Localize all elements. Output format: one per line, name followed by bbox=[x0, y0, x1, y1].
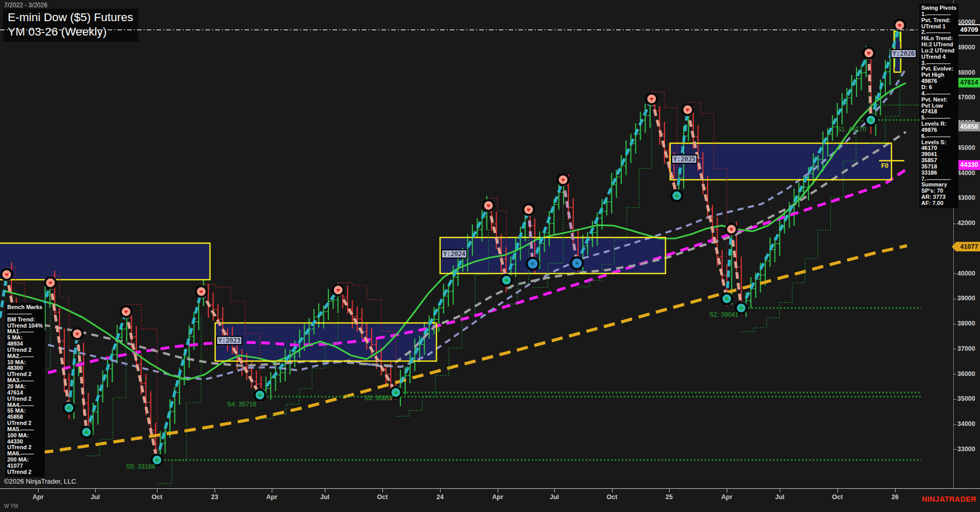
year-box-borders[interactable] bbox=[0, 31, 901, 361]
y-axis-tick-label: 49000 bbox=[957, 44, 975, 51]
year-chip-Y-2023[interactable]: Y:2023 bbox=[216, 336, 242, 345]
x-axis-tick bbox=[215, 489, 215, 492]
x-axis-tick bbox=[440, 489, 441, 492]
y-axis-tick-label: 37000 bbox=[957, 345, 975, 352]
swing-pivots-line: 49876 bbox=[921, 127, 956, 133]
x-axis-tick-label: 24 bbox=[431, 493, 449, 501]
bench-marks-line: UTrend 2 bbox=[7, 347, 43, 353]
support-label-S3: S3: 35857 bbox=[364, 395, 393, 402]
y-axis-tick-label: 33000 bbox=[957, 446, 975, 453]
x-axis-scale[interactable] bbox=[0, 489, 953, 512]
x-axis-tick bbox=[38, 489, 39, 492]
y-axis-tick-label: 39000 bbox=[957, 295, 975, 302]
bench-marks-line: MA2.------- bbox=[7, 353, 43, 360]
x-axis-tick bbox=[95, 489, 96, 492]
y-axis-tick bbox=[953, 324, 956, 325]
support-label-S5: S5: 33186 bbox=[126, 463, 155, 470]
trail-stop-long bbox=[86, 335, 126, 456]
y-axis-tick bbox=[953, 424, 956, 425]
x-axis-tick-label: Jul bbox=[771, 493, 789, 501]
swing-pivots-line: 35718 bbox=[921, 164, 956, 170]
swing-pivots-line: AF: 7.00 bbox=[921, 200, 956, 207]
x-axis-tick bbox=[780, 489, 780, 492]
x-axis-tick bbox=[382, 489, 383, 492]
year-chip-Y-2026[interactable]: Y:2026 bbox=[890, 49, 917, 58]
bench-marks-line: UTrend 2 bbox=[7, 469, 43, 475]
swing-pivots-line: Pvt. Next: bbox=[921, 97, 956, 103]
swing-pivots-panel: Swing Pivots1.-------------Pvt. Trend:UT… bbox=[919, 4, 958, 208]
y-axis-tick-label: 42000 bbox=[957, 219, 975, 227]
x-axis-tick bbox=[669, 489, 670, 492]
x-axis-tick-label: Oct bbox=[603, 493, 621, 501]
series-label: W YM bbox=[4, 503, 18, 509]
x-axis-tick bbox=[325, 489, 325, 492]
bench-marks-line: 41077 bbox=[7, 463, 43, 469]
x-axis-tick-label: 23 bbox=[206, 493, 223, 501]
x-axis-tick-label: 25 bbox=[660, 493, 678, 501]
copyright-label: ©2026 NinjaTrader, LLC bbox=[4, 477, 76, 485]
bench-marks-line: ------------- bbox=[7, 311, 43, 317]
x-axis-tick bbox=[554, 489, 555, 492]
x-axis-tick-label: Apr bbox=[263, 493, 281, 501]
zigzag-up-leg bbox=[69, 334, 77, 408]
x-axis-tick-label: Apr bbox=[489, 493, 506, 501]
bench-marks-line: 47614 bbox=[7, 390, 43, 396]
y-axis-tick-label: 43000 bbox=[957, 194, 975, 201]
swing-pivots-line: 1.------------- bbox=[921, 11, 956, 18]
y-axis-tick-label: 48000 bbox=[957, 69, 975, 76]
year-chip-Y-2024[interactable]: Y:2024 bbox=[441, 249, 467, 259]
y-axis-tick-label: 47000 bbox=[957, 94, 975, 101]
bench-marks-panel: Bench Marks-------------BM Trend:UTrend … bbox=[5, 303, 45, 477]
support-label-S4: S4: 35718 bbox=[227, 401, 256, 408]
zigzag-up-leg bbox=[86, 312, 126, 432]
year-range-fill bbox=[0, 243, 210, 280]
swing-pivots-line: Lo:2 UTrend bbox=[921, 48, 956, 54]
x-axis-tick bbox=[727, 489, 727, 492]
swing-pivots-line: 4.------------- bbox=[921, 91, 956, 97]
price-chart-canvas[interactable] bbox=[0, 0, 980, 512]
zigzag-down-leg bbox=[77, 334, 86, 432]
swing-pivots-line: 6.------------- bbox=[921, 133, 956, 140]
y-axis-tick-label: 36000 bbox=[957, 370, 975, 378]
chart-title-line1: E-mini Dow ($5) Futures bbox=[8, 10, 133, 25]
x-axis-tick-label: Jul bbox=[546, 493, 563, 501]
y-axis-tick-label: 45000 bbox=[957, 144, 975, 151]
y-axis-tick-label: 34000 bbox=[957, 420, 975, 428]
swing-pivots-line: Pvt. Trend: bbox=[921, 18, 956, 24]
y-axis-tick bbox=[953, 399, 956, 400]
x-axis-tick bbox=[612, 489, 612, 492]
year-chip-Y-2025[interactable]: Y:2025 bbox=[671, 155, 697, 164]
y-axis-tick bbox=[953, 299, 956, 299]
x-axis-tick-label: Oct bbox=[148, 493, 166, 501]
chart-window: 7/2022 - 3/2026 E-mini Dow ($5) Futures … bbox=[0, 0, 980, 512]
bench-marks-line: MA5.------- bbox=[7, 426, 43, 433]
bench-marks-line: BM Trend: bbox=[7, 317, 43, 323]
x-axis-tick-label: Jul bbox=[316, 493, 334, 501]
bench-marks-line: UTrend 2 bbox=[7, 396, 43, 402]
x-axis-tick-label: Oct bbox=[374, 493, 391, 501]
y-axis-tick-label: 38000 bbox=[957, 320, 975, 327]
support-label-S2: S2: 39041 bbox=[709, 311, 739, 318]
y-axis-tick bbox=[953, 274, 956, 274]
x-axis-tick-label: Apr bbox=[718, 493, 736, 501]
x-axis-tick bbox=[157, 489, 157, 492]
chart-title: E-mini Dow ($5) Futures YM 03-26 (Weekly… bbox=[3, 9, 138, 42]
bench-marks-line: 100 MA: bbox=[7, 433, 43, 439]
y-axis-tick bbox=[953, 349, 956, 349]
y-axis-tick bbox=[953, 224, 956, 224]
x-axis-line bbox=[0, 488, 980, 489]
year-box-fills bbox=[0, 31, 901, 361]
swing-pivots-line: UTrend 4 bbox=[921, 54, 956, 60]
x-axis-tick-label: 26 bbox=[886, 493, 904, 501]
zigzag-up-leg bbox=[157, 292, 201, 460]
y-axis-tick-label: 44000 bbox=[957, 169, 975, 177]
zigzag-up-leg bbox=[727, 229, 731, 299]
x-axis-tick-label: Jul bbox=[86, 493, 104, 501]
f0-label: F0 bbox=[881, 162, 888, 169]
swing-pivots-line: 33186 bbox=[921, 170, 956, 176]
x-axis-tick bbox=[895, 489, 896, 492]
last-price-dash-line bbox=[0, 29, 919, 30]
y-axis-tick bbox=[953, 449, 956, 450]
x-axis-tick bbox=[272, 489, 272, 492]
x-axis-tick bbox=[498, 489, 498, 492]
